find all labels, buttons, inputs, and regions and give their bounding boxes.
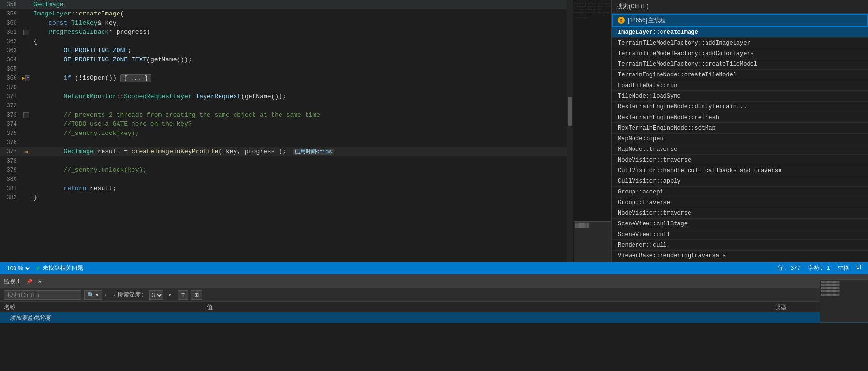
callstack-text: ImageLayer::createImage bbox=[618, 29, 698, 36]
callstack-item[interactable]: SceneView::cull bbox=[612, 229, 868, 240]
line-number: 375 bbox=[0, 130, 22, 137]
zoom-select[interactable]: 100 % 150 % 200 % 75 % 50 % bbox=[5, 265, 31, 272]
line-number: 380 bbox=[0, 176, 22, 183]
space-indicator: 空格 bbox=[838, 264, 849, 272]
watch-depth-select[interactable]: 3 1 2 4 5 bbox=[149, 290, 163, 300]
status-right: 行: 377 字符: 1 空格 LF bbox=[778, 264, 863, 272]
table-row: 363 OE_PROFILING_ZONE; bbox=[0, 46, 567, 55]
collapse-button[interactable]: + bbox=[25, 75, 30, 81]
watch-header: 监视 1 📌 ✕ bbox=[0, 275, 868, 288]
no-issues-label: 未找到相关问题 bbox=[43, 264, 83, 272]
line-arrow-indicator: ⇒ bbox=[22, 148, 31, 156]
line-number: 378 bbox=[0, 158, 22, 164]
callstack-item[interactable]: Renderer::cull bbox=[612, 240, 868, 251]
line-content: ImageLayer::createImage( bbox=[31, 10, 567, 17]
callstack-text: RexTerrainEngineNode::dirtyTerrain... bbox=[618, 104, 747, 110]
watch-panel: 监视 1 📌 ✕ 🔍 ▾ ← → 搜索深度: 3 1 2 4 5 ▾ T ⊞ 名… bbox=[0, 274, 868, 371]
callstack-thread-header[interactable]: ⚙ [12656] 主线程 bbox=[612, 14, 868, 27]
callstack-item[interactable]: CullVisitor::apply bbox=[612, 176, 868, 187]
callstack-item[interactable]: NodeVisitor::traverse bbox=[612, 155, 868, 165]
callstack-item[interactable]: TerrainEngineNode::createTileModel bbox=[612, 70, 868, 80]
thread-title: [12656] 主线程 bbox=[628, 16, 666, 25]
callstack-text: MapNode::open bbox=[618, 135, 663, 142]
callstack-item[interactable]: RexTerrainEngineNode::setMap bbox=[612, 123, 868, 134]
watch-action-btn2[interactable]: ⊞ bbox=[191, 290, 202, 300]
watch-search-button[interactable]: 🔍 ▾ bbox=[84, 290, 102, 300]
collapse-button[interactable]: - bbox=[23, 30, 29, 35]
line-number: 364 bbox=[0, 57, 22, 63]
line-number: 381 bbox=[0, 185, 22, 192]
callstack-item[interactable]: LoadTileData::run bbox=[612, 80, 868, 91]
line-number: 362 bbox=[0, 38, 22, 45]
line-content: //_sentry.lock(key); bbox=[31, 130, 567, 137]
watch-search-input[interactable] bbox=[4, 290, 81, 300]
nav-back-icon[interactable]: ← bbox=[105, 292, 108, 298]
line-number: 358 bbox=[0, 1, 22, 8]
line-number: 376 bbox=[0, 139, 22, 146]
table-row: 372 bbox=[0, 101, 567, 110]
line-number: 372 bbox=[0, 103, 22, 109]
line-content: OE_PROFILING_ZONE; bbox=[31, 47, 567, 54]
callstack-text: CullVisitor::handle_cull_callbacks_and_t… bbox=[618, 167, 781, 174]
checkmark-icon: ✓ bbox=[36, 264, 40, 272]
callstack-item[interactable]: RexTerrainEngineNode::refresh bbox=[612, 112, 868, 123]
callstack-item[interactable]: Group::accept bbox=[612, 187, 868, 197]
code-scrollbar[interactable] bbox=[567, 0, 573, 262]
callstack-item[interactable]: CullVisitor::handle_cull_callbacks_and_t… bbox=[612, 165, 868, 176]
code-panel: 358 GeoImage 359 ImageLayer::createImage… bbox=[0, 0, 612, 262]
watch-panel-title: 监视 1 bbox=[4, 278, 20, 286]
callstack-text: SceneView::cullStage bbox=[618, 221, 688, 227]
watch-col-value-header: 值 bbox=[203, 302, 771, 312]
callstack-text: NodeVisitor::traverse bbox=[618, 157, 691, 163]
line-content: GeoImage bbox=[31, 1, 567, 8]
callstack-item[interactable]: NodeVisitor::traverse bbox=[612, 208, 868, 219]
table-row: 381 return result; bbox=[0, 184, 567, 193]
callstack-item[interactable]: MapNode::traverse bbox=[612, 144, 868, 155]
callstack-item[interactable]: TerrainTileModelFactory::createTileModel bbox=[612, 59, 868, 70]
table-row: 379 //_sentry.unlock(key); bbox=[0, 165, 567, 175]
callstack-item[interactable]: TileNode::loadSync bbox=[612, 91, 868, 102]
callstack-text: RexTerrainEngineNode::refresh bbox=[618, 114, 719, 121]
watch-action-btn1[interactable]: T bbox=[178, 290, 188, 300]
callstack-item[interactable]: RexTerrainEngineNode::dirtyTerrain... bbox=[612, 102, 868, 112]
table-row: 364 OE_PROFILING_ZONE_TEXT(getName()); bbox=[0, 55, 567, 64]
callstack-text: MapNode::traverse bbox=[618, 146, 677, 153]
callstack-item[interactable]: MapNode::open bbox=[612, 134, 868, 144]
line-content: NetworkMonitor::ScopedRequestLayer layer… bbox=[31, 93, 567, 100]
row-indicator: 行: 377 bbox=[778, 264, 801, 272]
table-row: 362 { bbox=[0, 37, 567, 46]
line-content: const TileKey& key, bbox=[31, 19, 567, 27]
collapse-button[interactable]: - bbox=[23, 112, 29, 118]
watch-toolbar: 🔍 ▾ ← → 搜索深度: 3 1 2 4 5 ▾ T ⊞ bbox=[0, 288, 868, 302]
callstack-text: TerrainTileModelFactory::createTileModel bbox=[618, 61, 757, 68]
callstack-item[interactable]: TerrainTileModelFactory::addImageLayer bbox=[612, 38, 868, 48]
table-row: 382 } bbox=[0, 193, 567, 202]
callstack-list: ImageLayer::createImage TerrainTileModel… bbox=[612, 27, 868, 262]
table-row: 359 ImageLayer::createImage( bbox=[0, 9, 567, 18]
callstack-item[interactable]: ImageLayer::createImage bbox=[612, 27, 868, 38]
callstack-text: NodeVisitor::traverse bbox=[618, 210, 691, 217]
table-row: 358 GeoImage bbox=[0, 0, 567, 9]
main-container: 358 GeoImage 359 ImageLayer::createImage… bbox=[0, 0, 868, 371]
table-row: 377 ⇒ GeoImage result = createImageInKey… bbox=[0, 147, 567, 156]
line-content: ProgressCallback* progress) bbox=[31, 29, 567, 36]
callstack-item[interactable]: TerrainTileModelFactory::addColorLayers bbox=[612, 48, 868, 59]
watch-body: 添加要监视的项 bbox=[0, 312, 868, 371]
table-row: 373 - // prevents 2 threads from creatin… bbox=[0, 110, 567, 119]
watch-pin-icon[interactable]: 📌 bbox=[26, 279, 33, 285]
callstack-item[interactable]: ViewerBase::renderingTraversals bbox=[612, 251, 868, 261]
minimap: GeoImage ImageLayer::createImage const T… bbox=[573, 0, 611, 262]
line-content: OE_PROFILING_ZONE_TEXT(getName()); bbox=[31, 56, 567, 63]
table-row: 380 bbox=[0, 175, 567, 184]
watch-add-row[interactable]: 添加要监视的项 bbox=[0, 312, 868, 323]
line-content: return result; bbox=[31, 185, 567, 192]
table-row: 378 bbox=[0, 156, 567, 165]
nav-forward-icon[interactable]: → bbox=[111, 292, 115, 298]
callstack-text: TerrainTileModelFactory::addColorLayers bbox=[618, 50, 754, 57]
callstack-item[interactable]: Group::traverse bbox=[612, 197, 868, 208]
callstack-item[interactable]: SceneView::cullStage bbox=[612, 219, 868, 229]
line-number: 361 bbox=[0, 29, 22, 36]
callstack-text: TileNode::loadSync bbox=[618, 93, 681, 100]
line-number: 374 bbox=[0, 121, 22, 128]
watch-close-button[interactable]: ✕ bbox=[36, 278, 44, 285]
